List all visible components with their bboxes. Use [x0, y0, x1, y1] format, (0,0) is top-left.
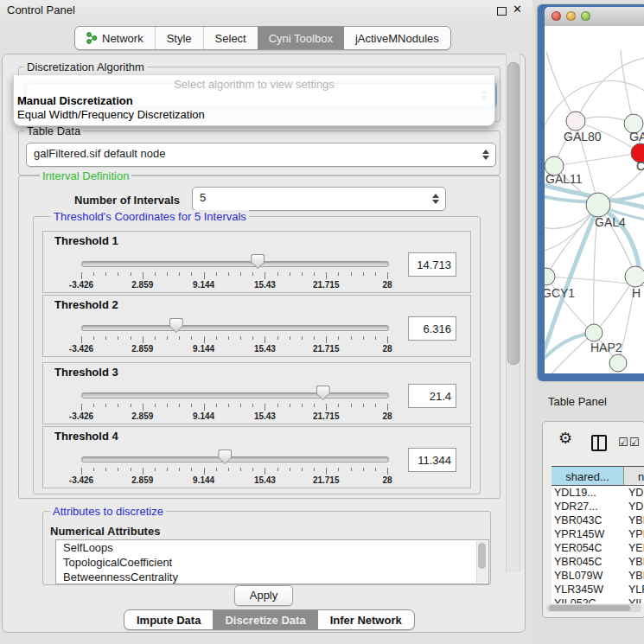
tab-discretize-data[interactable]: Discretize Data — [213, 610, 317, 629]
tab-infer-network[interactable]: Infer Network — [318, 610, 414, 629]
slider-thumb[interactable] — [218, 450, 232, 464]
close-icon[interactable]: ✕ — [513, 3, 522, 16]
list-scrollbar[interactable] — [476, 541, 488, 583]
table-row[interactable]: YER054CYER0 — [552, 541, 644, 555]
node-gal4[interactable] — [586, 193, 610, 217]
table-hscrollbar-track[interactable] — [546, 604, 641, 612]
cell-shared-name[interactable]: YIL052C — [552, 596, 624, 603]
cell-name[interactable]: YER0 — [624, 541, 644, 555]
cell-name[interactable]: YIL0 — [624, 596, 644, 603]
slider-track[interactable] — [81, 261, 389, 267]
tick-mark — [363, 468, 364, 471]
screen: Control Panel ✕ Network Style Select — [0, 0, 644, 644]
dropdown-option-equal-width[interactable]: Equal Width/Frequency Discretization — [17, 108, 205, 121]
table-row[interactable]: YBL079WYBL0 — [552, 569, 644, 583]
tick-mark — [143, 468, 143, 475]
threshold-label: Threshold 4 — [54, 430, 118, 443]
network-canvas[interactable]: GAL80 GA C GAL11 GAL4 GCY1 H HAP2 — [545, 26, 644, 373]
column-header-name[interactable]: na — [624, 466, 644, 486]
attribute-item[interactable]: SelfLoops — [56, 540, 488, 555]
table-row[interactable]: YBR043CYBR0 — [552, 513, 644, 527]
table-row[interactable]: YDR27...YDR2 — [552, 500, 644, 513]
column-header-shared-name[interactable]: shared... — [552, 466, 624, 486]
cell-name[interactable]: YBL0 — [624, 569, 644, 583]
attribute-item[interactable]: TopologicalCoefficient — [56, 555, 488, 570]
combo-arrows-icon[interactable] — [482, 149, 489, 161]
close-traffic-light[interactable] — [552, 11, 561, 21]
cell-shared-name[interactable]: YBL079W — [552, 569, 624, 583]
cell-shared-name[interactable]: YPR145W — [552, 527, 624, 541]
apply-button[interactable]: Apply — [234, 585, 293, 606]
node-bottom[interactable] — [609, 354, 627, 372]
scrollbar-thumb[interactable] — [478, 543, 486, 569]
table-row[interactable]: YBR045CYBR0 — [552, 555, 644, 569]
node-gal80[interactable] — [566, 112, 585, 131]
table-hscrollbar-thumb[interactable] — [549, 605, 630, 611]
cell-name[interactable]: YPR1 — [624, 527, 644, 541]
combo-value: 5 — [200, 191, 206, 204]
tab-cyni-toolbox[interactable]: Cyni Toolbox — [258, 27, 344, 49]
table-row[interactable]: YDL19...YDL1 — [552, 486, 644, 500]
threshold-value-box[interactable]: 6.316 — [408, 316, 456, 341]
table-row[interactable]: YLR345WYLR3 — [552, 583, 644, 596]
threshold-value-box[interactable]: 11.344 — [408, 448, 456, 472]
tick-mark — [167, 404, 168, 407]
tab-jactivemnodules[interactable]: jActiveMNodules — [344, 27, 450, 49]
cell-shared-name[interactable]: YDR27... — [552, 500, 624, 513]
number-of-intervals-combobox[interactable]: 5 — [192, 187, 446, 211]
cell-name[interactable]: YLR3 — [624, 583, 644, 596]
checkbox-icon[interactable]: ☑ — [618, 436, 628, 449]
float-window-icon[interactable] — [497, 7, 507, 16]
tick-mark — [265, 272, 265, 279]
panel-scrollbar-thumb[interactable] — [507, 62, 520, 365]
checkbox-icon[interactable]: ☑ — [629, 436, 640, 449]
tab-impute-data[interactable]: Impute Data — [124, 610, 213, 629]
threshold-value-box[interactable]: 21.4 — [408, 384, 456, 408]
slider-thumb[interactable] — [251, 254, 265, 269]
column-layout-icon[interactable] — [591, 435, 607, 451]
slider-track[interactable] — [81, 392, 389, 399]
tab-label: Cyni Toolbox — [269, 32, 333, 45]
tab-style[interactable]: Style — [155, 27, 203, 49]
cell-shared-name[interactable]: YDL19... — [552, 486, 624, 500]
cell-shared-name[interactable]: YBR043C — [552, 513, 624, 527]
tick-mark — [351, 272, 352, 276]
slider-track[interactable] — [81, 456, 389, 462]
cell-shared-name[interactable]: YLR345W — [552, 583, 624, 596]
dropdown-option-manual[interactable]: Manual Discretization — [17, 94, 133, 107]
node-hap2[interactable] — [585, 324, 603, 341]
slider-thumb[interactable] — [169, 318, 183, 333]
tick-mark — [387, 404, 388, 411]
numerical-attributes-list[interactable]: SelfLoopsTopologicalCoefficientBetweenne… — [55, 539, 489, 584]
cell-shared-name[interactable]: YER054C — [552, 541, 624, 555]
cell-name[interactable]: YBR0 — [624, 513, 644, 527]
slider-thumb[interactable] — [316, 386, 330, 400]
tab-select[interactable]: Select — [203, 27, 258, 49]
zoom-traffic-light[interactable] — [581, 11, 590, 21]
slider-track[interactable] — [81, 325, 389, 331]
node-gcy1[interactable] — [545, 268, 555, 285]
combo-arrows-icon[interactable] — [432, 193, 439, 205]
minimize-traffic-light[interactable] — [566, 11, 576, 21]
tick-mark — [93, 336, 94, 340]
cell-name[interactable]: YDR2 — [624, 500, 644, 513]
tick-mark — [191, 468, 192, 471]
gear-icon[interactable]: ⚙ — [558, 429, 572, 448]
attribute-item[interactable]: BetweennessCentrality — [56, 570, 488, 584]
table-row[interactable]: YIL052CYIL0 — [552, 596, 644, 603]
tab-network[interactable]: Network — [75, 27, 155, 49]
table-row[interactable]: YPR145WYPR1 — [552, 527, 644, 541]
threshold-row: Threshold 3 -3.4262.8599.14415.4321.7152… — [42, 362, 471, 424]
table-data-combobox[interactable]: galFiltered.sif default node — [26, 143, 496, 167]
tick-mark — [191, 336, 192, 340]
tick-mark — [252, 336, 253, 340]
tick-mark — [131, 272, 131, 276]
cell-name[interactable]: YDL1 — [624, 486, 644, 500]
tick-mark — [155, 272, 156, 276]
threshold-value-box[interactable]: 14.713 — [408, 252, 456, 277]
tick-mark — [155, 404, 156, 407]
cell-shared-name[interactable]: YBR045C — [552, 555, 624, 569]
thumb-face — [252, 255, 264, 268]
cell-name[interactable]: YBR0 — [624, 555, 644, 569]
node-h[interactable] — [625, 266, 644, 287]
